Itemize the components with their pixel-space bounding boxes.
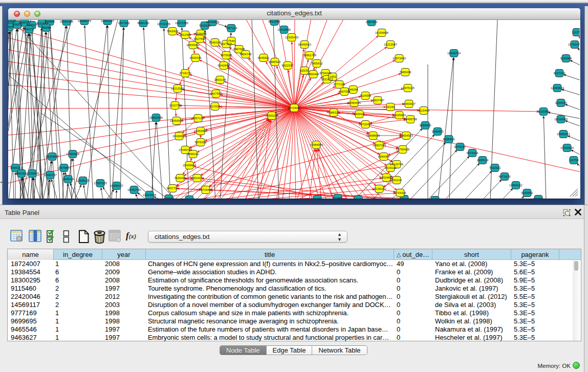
- cell-name: 9777169: [8, 309, 54, 317]
- cell-year: 1998: [102, 309, 146, 317]
- svg-text:62160: 62160: [386, 105, 395, 108]
- svg-text:7485063: 7485063: [400, 71, 412, 74]
- svg-text:95721: 95721: [185, 198, 193, 199]
- svg-text:12325419: 12325419: [285, 36, 298, 39]
- cell-out_de: 49: [394, 260, 432, 268]
- svg-text:1588520: 1588520: [269, 60, 281, 63]
- table-panel-title: Table Panel: [5, 209, 39, 216]
- window-resize-grip[interactable]: [568, 187, 578, 197]
- column-header-year[interactable]: year: [102, 249, 146, 260]
- left-panel-collapse-arrow[interactable]: ◂: [0, 180, 3, 185]
- table-row[interactable]: 969969511998Structural magnetic resonanc…: [8, 317, 581, 325]
- node-table: namein_degreeyeartitle△out_de…shortpager…: [7, 249, 581, 341]
- svg-text:1010755: 1010755: [169, 104, 182, 107]
- column-header-out_de[interactable]: △out_de…: [394, 249, 432, 260]
- svg-text:15409948: 15409948: [183, 164, 197, 167]
- network-view-window[interactable]: citations_edges.txt 14055720557214055729…: [8, 8, 580, 199]
- svg-text:933717: 933717: [27, 24, 37, 27]
- select-columns-checkbox-icon[interactable]: [46, 230, 58, 244]
- table-mode-icon[interactable]: [10, 230, 24, 243]
- table-row[interactable]: 1872400712008Changes of HCN gene express…: [8, 260, 581, 268]
- svg-text:9777169: 9777169: [334, 83, 345, 86]
- cell-in_degree: 1: [54, 260, 102, 268]
- svg-text:969969: 969969: [45, 20, 55, 23]
- table-row[interactable]: 1938455462009Genome–wide association stu…: [8, 268, 581, 276]
- svg-text:924361: 924361: [533, 198, 543, 199]
- function-builder-icon[interactable]: f(x): [126, 231, 136, 241]
- svg-text:1733426: 1733426: [395, 191, 407, 194]
- table-row[interactable]: 2242004622012Investigating the contribut…: [8, 293, 581, 301]
- svg-text:3912954: 3912954: [180, 33, 192, 36]
- close-panel-icon[interactable]: [575, 209, 581, 215]
- cell-title: Estimation of significance thresholds fo…: [146, 276, 394, 285]
- cell-in_degree: 6: [54, 268, 102, 276]
- svg-text:19166825: 19166825: [172, 135, 186, 138]
- svg-text:16782759: 16782759: [127, 188, 141, 191]
- cell-short: Stergiakouli et al. (2012): [432, 293, 511, 301]
- svg-text:13495756: 13495756: [404, 118, 418, 121]
- svg-text:16210643: 16210643: [554, 118, 568, 121]
- network-canvas[interactable]: 1405572055721405572933717933717296996920…: [8, 20, 580, 199]
- column-header-name[interactable]: name: [8, 249, 54, 260]
- tab-node-table[interactable]: Node Table: [220, 346, 267, 355]
- row-height-icon[interactable]: [63, 230, 70, 244]
- cell-in_degree: 1: [54, 317, 102, 325]
- float-panel-icon[interactable]: [563, 209, 571, 216]
- table-select-dropdown[interactable]: citations_edges.txt ▲▼: [148, 231, 347, 243]
- memory-status-dot[interactable]: [573, 362, 580, 369]
- cell-year: 1997: [102, 334, 146, 342]
- svg-text:104381: 104381: [164, 197, 174, 199]
- cell-in_degree: 2: [54, 285, 102, 293]
- svg-text:7857224: 7857224: [226, 27, 238, 30]
- column-header-in_degree[interactable]: in_degree: [54, 249, 102, 260]
- svg-text:1624554: 1624554: [360, 94, 372, 97]
- cell-short: Wolkin et al. (1998): [432, 317, 511, 325]
- cell-pagerank: 5.3E–5: [511, 317, 559, 325]
- table-row[interactable]: 1456911722003Disruption of a novel membe…: [8, 301, 581, 309]
- svg-text:9227343: 9227343: [554, 72, 566, 75]
- svg-text:10719155: 10719155: [157, 23, 171, 26]
- cell-pagerank: 5.3E–5: [511, 301, 559, 309]
- table-row[interactable]: 946362711997Embryonic stem cells: a mode…: [8, 334, 581, 342]
- delete-table-icon[interactable]: [93, 230, 106, 244]
- tab-network-table[interactable]: Network Table: [312, 346, 366, 355]
- select-column-icon[interactable]: [29, 230, 42, 243]
- cell-pagerank: 5.5E–5: [511, 293, 559, 301]
- svg-text:19054932: 19054932: [170, 119, 183, 122]
- table-row[interactable]: 911546021997Tourette syndrome. Phenomeno…: [8, 285, 581, 293]
- svg-text:82044: 82044: [400, 198, 409, 199]
- column-header-short[interactable]: short: [432, 249, 511, 260]
- svg-text:19654923: 19654923: [400, 134, 413, 137]
- svg-text:7625402: 7625402: [175, 177, 186, 180]
- svg-text:18300295: 18300295: [265, 114, 279, 117]
- column-header-pagerank[interactable]: pagerank: [511, 249, 559, 260]
- svg-text:8471676: 8471676: [499, 175, 511, 178]
- cell-year: 2009: [102, 268, 146, 276]
- table-row[interactable]: 1830029562008Estimation of significance …: [8, 276, 581, 285]
- cell-name: 22420046: [8, 293, 54, 301]
- column-header-title[interactable]: title: [146, 249, 394, 260]
- svg-text:39152: 39152: [17, 172, 26, 175]
- svg-text:16914479: 16914479: [190, 177, 204, 180]
- table-scrollbar-thumb[interactable]: [574, 261, 578, 271]
- new-table-icon[interactable]: [78, 230, 90, 244]
- svg-text:17046745: 17046745: [179, 148, 192, 151]
- svg-text:19218506: 19218506: [277, 28, 291, 31]
- cell-name: 9463627: [8, 334, 54, 342]
- svg-text:2420046: 2420046: [190, 56, 202, 59]
- cell-in_degree: 2: [54, 293, 102, 301]
- import-table-icon-disabled[interactable]: [108, 230, 122, 243]
- svg-text:20364436: 20364436: [347, 101, 361, 104]
- table-row[interactable]: 946554611997Estimation of the future num…: [8, 325, 581, 334]
- svg-text:9115460: 9115460: [418, 109, 430, 112]
- cell-out_de: 0: [394, 317, 432, 325]
- table-scrollbar[interactable]: [573, 260, 580, 341]
- tab-edge-table[interactable]: Edge Table: [267, 346, 313, 355]
- cell-out_de: 0: [394, 293, 432, 301]
- window-titlebar[interactable]: citations_edges.txt: [8, 8, 580, 20]
- right-panel-sliver: [584, 6, 588, 205]
- cell-year: 2003: [102, 301, 146, 309]
- cell-name: 9115460: [8, 285, 54, 293]
- table-row[interactable]: 977716911998Corpus callosum shape and si…: [8, 309, 581, 317]
- cell-in_degree: 2: [54, 301, 102, 309]
